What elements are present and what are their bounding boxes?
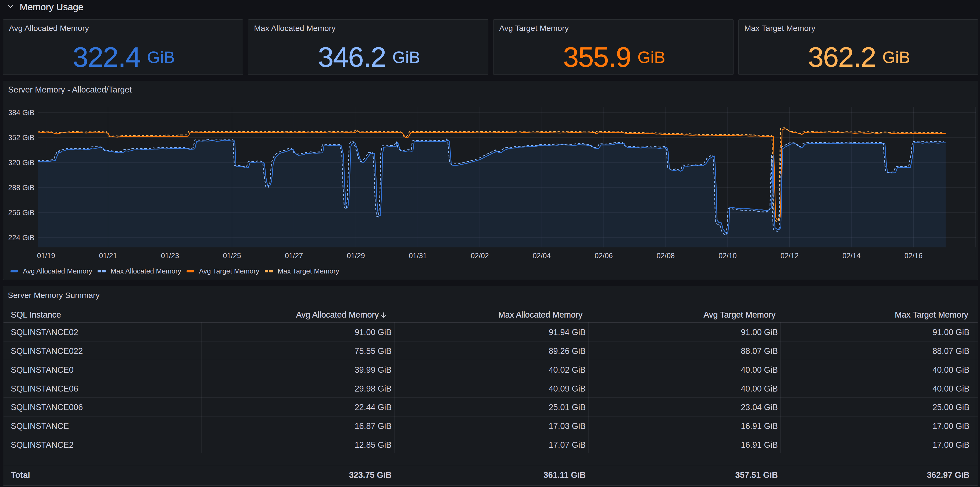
svg-text:288 GiB: 288 GiB [8,184,34,192]
svg-text:01/21: 01/21 [99,252,117,260]
svg-text:02/16: 02/16 [904,252,923,260]
svg-text:02/06: 02/06 [595,252,613,260]
svg-text:224 GiB: 224 GiB [8,234,34,242]
svg-text:01/19: 01/19 [37,252,56,260]
svg-text:352 GiB: 352 GiB [8,134,34,142]
svg-text:02/08: 02/08 [657,252,675,260]
svg-text:01/29: 01/29 [347,252,365,260]
svg-text:01/31: 01/31 [409,252,427,260]
svg-text:01/23: 01/23 [161,252,179,260]
svg-text:02/02: 02/02 [471,252,489,260]
svg-text:256 GiB: 256 GiB [8,208,34,217]
svg-text:02/14: 02/14 [842,252,861,260]
svg-text:320 GiB: 320 GiB [8,159,34,167]
svg-text:384 GiB: 384 GiB [8,109,34,117]
svg-text:01/27: 01/27 [285,252,303,260]
svg-text:01/25: 01/25 [223,252,241,260]
svg-text:02/10: 02/10 [719,252,737,260]
svg-text:02/12: 02/12 [781,252,799,260]
svg-text:02/04: 02/04 [533,252,551,260]
